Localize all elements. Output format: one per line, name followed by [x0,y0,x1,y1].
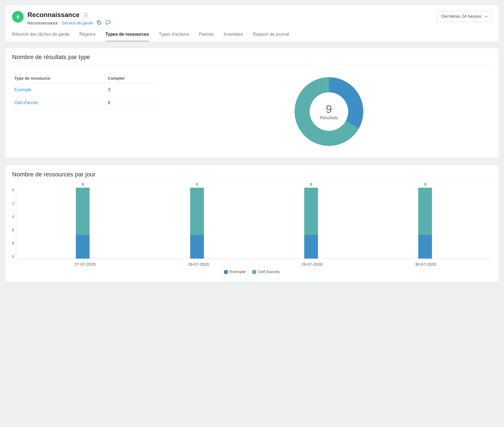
results-table: Type de ressource Compter Exemple3Clef d… [12,73,155,109]
svg-rect-4 [106,21,110,24]
tab-6[interactable]: Rapport de journal [253,32,289,41]
page-header: Reconnaissance Reconnaissance Service de… [5,5,499,41]
x-tick: 30-07-2020 [415,262,436,267]
y-axis: 024680 [12,188,16,259]
table-row: Exemple3 [12,84,155,96]
bar-total-label: 9 [190,182,204,187]
col-count: Compter [106,73,155,84]
svg-rect-2 [84,17,88,17]
row-type-link[interactable]: Clef d'accès [12,96,106,109]
donut-total: 9 [320,103,338,115]
bar-col: 9 [76,188,90,259]
svg-rect-1 [84,15,88,16]
bar-total-label: 9 [304,182,318,187]
chevron-down-icon [484,14,488,19]
bar-seg-exemple[interactable] [76,235,90,259]
bar-seg-clef[interactable] [304,188,318,235]
bar-col: 9 [418,188,432,259]
bar-col: 9 [304,188,318,259]
breadcrumb: Reconnaissance [27,21,58,25]
bar-total-label: 9 [418,182,432,187]
bars-region: 9999 [16,188,492,259]
table-row: Clef d'accès6 [12,96,155,109]
time-range-select[interactable]: Dernières 24 heures [437,11,492,22]
svg-point-3 [98,22,99,23]
panel1-title: Nombre de résultats par type [12,54,492,65]
tab-2[interactable]: Types de ressources [106,32,149,41]
tag-icon[interactable] [97,20,102,25]
bar-seg-clef[interactable] [190,188,204,235]
legend-label-0: Exemple [229,269,245,274]
row-type-link[interactable]: Exemple [12,84,106,96]
legend-swatch-exemple [224,270,228,274]
comment-icon[interactable] [106,20,111,25]
x-tick: 28-07-2020 [188,262,209,267]
bar-seg-clef[interactable] [418,188,432,235]
row-count: 3 [106,84,155,96]
menu-lines-icon[interactable] [84,13,88,18]
x-axis: 27-07-202028-07-202029-07-202030-07-2020 [12,262,492,267]
tab-0[interactable]: Résumé des tâches de garde [12,32,70,41]
bar-col: 9 [190,188,204,259]
time-range-label: Dernières 24 heures [441,14,481,19]
panel-resources-by-day: Nombre de ressources par jour 024680 999… [5,165,499,282]
row-count: 6 [106,96,155,109]
bar-seg-exemple[interactable] [304,235,318,259]
x-tick: 27-07-2020 [74,262,96,267]
legend-swatch-clef [252,270,256,274]
tabs: Résumé des tâches de gardeRégionsTypes d… [12,32,492,41]
page-title: Reconnaissance [27,11,79,19]
service-link[interactable]: Service de garde [62,21,93,25]
panel-results-by-type: Nombre de résultats par type Type de res… [5,48,499,158]
tab-3[interactable]: Types d'actions [159,32,189,41]
x-tick: 29-07-2020 [301,262,323,267]
tab-5[interactable]: Inventaire [224,32,243,41]
col-type: Type de ressource [12,73,106,84]
tab-4[interactable]: Pannes [199,32,214,41]
legend-label-1: Clef d'accès [258,269,280,274]
donut-label: Résultats [320,115,338,120]
bar-total-label: 9 [76,182,90,187]
bar-seg-exemple[interactable] [190,235,204,259]
donut-chart: 9 Résultats [166,73,492,150]
legend: Exemple Clef d'accès [12,269,492,274]
status-up-icon [12,11,24,23]
bar-seg-exemple[interactable] [418,235,432,259]
svg-rect-0 [84,13,88,14]
bar-seg-clef[interactable] [76,188,90,235]
panel2-title: Nombre de ressources par jour [12,171,492,182]
tab-1[interactable]: Régions [79,32,96,41]
